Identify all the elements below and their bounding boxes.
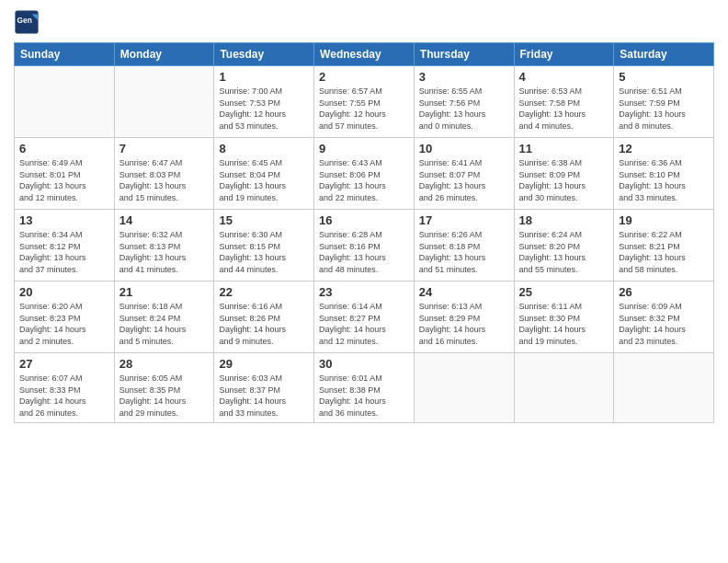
day-info: Sunrise: 6:22 AM Sunset: 8:21 PM Dayligh… [619, 229, 709, 275]
day-number: 14 [119, 213, 210, 227]
calendar-cell: 17Sunrise: 6:26 AM Sunset: 8:18 PM Dayli… [414, 210, 514, 282]
calendar-cell: 2Sunrise: 6:57 AM Sunset: 7:55 PM Daylig… [314, 66, 415, 138]
calendar-cell [114, 66, 214, 138]
day-info: Sunrise: 6:18 AM Sunset: 8:24 PM Dayligh… [119, 301, 210, 347]
calendar-cell: 28Sunrise: 6:05 AM Sunset: 8:35 PM Dayli… [114, 353, 214, 423]
day-number: 28 [119, 357, 210, 371]
calendar-cell: 24Sunrise: 6:13 AM Sunset: 8:29 PM Dayli… [414, 282, 514, 353]
header: Gen [14, 9, 714, 35]
day-number: 24 [419, 285, 509, 299]
day-number: 2 [319, 70, 409, 84]
day-info: Sunrise: 6:38 AM Sunset: 8:09 PM Dayligh… [519, 157, 609, 203]
day-info: Sunrise: 6:45 AM Sunset: 8:04 PM Dayligh… [219, 157, 309, 203]
calendar-cell: 4Sunrise: 6:53 AM Sunset: 7:58 PM Daylig… [514, 66, 614, 138]
calendar-cell: 15Sunrise: 6:30 AM Sunset: 8:15 PM Dayli… [214, 210, 314, 282]
day-number: 12 [619, 142, 709, 155]
day-number: 17 [419, 213, 509, 227]
day-number: 19 [619, 213, 709, 227]
day-info: Sunrise: 6:09 AM Sunset: 8:32 PM Dayligh… [619, 301, 709, 347]
day-info: Sunrise: 6:01 AM Sunset: 8:38 PM Dayligh… [319, 373, 409, 419]
day-info: Sunrise: 6:53 AM Sunset: 7:58 PM Dayligh… [519, 86, 609, 132]
logo-icon: Gen [14, 9, 40, 35]
calendar-cell: 30Sunrise: 6:01 AM Sunset: 8:38 PM Dayli… [314, 353, 415, 423]
day-info: Sunrise: 6:05 AM Sunset: 8:35 PM Dayligh… [119, 373, 210, 419]
day-info: Sunrise: 6:30 AM Sunset: 8:15 PM Dayligh… [219, 229, 309, 275]
day-number: 13 [19, 213, 109, 227]
day-info: Sunrise: 6:03 AM Sunset: 8:37 PM Dayligh… [219, 373, 309, 419]
day-info: Sunrise: 6:16 AM Sunset: 8:26 PM Dayligh… [219, 301, 309, 347]
calendar-cell: 12Sunrise: 6:36 AM Sunset: 8:10 PM Dayli… [614, 138, 714, 210]
weekday-wednesday: Wednesday [314, 43, 415, 66]
day-number: 20 [19, 285, 109, 299]
calendar-cell: 27Sunrise: 6:07 AM Sunset: 8:33 PM Dayli… [15, 353, 115, 423]
day-info: Sunrise: 6:55 AM Sunset: 7:56 PM Dayligh… [419, 86, 509, 132]
day-info: Sunrise: 6:14 AM Sunset: 8:27 PM Dayligh… [319, 301, 409, 347]
day-info: Sunrise: 6:49 AM Sunset: 8:01 PM Dayligh… [19, 157, 109, 203]
logo: Gen [14, 9, 43, 35]
calendar-cell: 23Sunrise: 6:14 AM Sunset: 8:27 PM Dayli… [314, 282, 415, 353]
day-number: 9 [319, 142, 409, 155]
day-info: Sunrise: 6:43 AM Sunset: 8:06 PM Dayligh… [319, 157, 409, 203]
day-info: Sunrise: 7:00 AM Sunset: 7:53 PM Dayligh… [219, 86, 309, 132]
calendar-cell: 29Sunrise: 6:03 AM Sunset: 8:37 PM Dayli… [214, 353, 314, 423]
day-number: 21 [119, 285, 210, 299]
day-number: 16 [319, 213, 409, 227]
day-info: Sunrise: 6:24 AM Sunset: 8:20 PM Dayligh… [519, 229, 609, 275]
weekday-sunday: Sunday [15, 43, 115, 66]
day-number: 22 [219, 285, 309, 299]
day-number: 11 [519, 142, 609, 155]
calendar-cell: 21Sunrise: 6:18 AM Sunset: 8:24 PM Dayli… [114, 282, 214, 353]
weekday-thursday: Thursday [414, 43, 514, 66]
day-number: 4 [519, 70, 609, 84]
day-number: 29 [219, 357, 309, 371]
calendar-cell: 8Sunrise: 6:45 AM Sunset: 8:04 PM Daylig… [214, 138, 314, 210]
calendar-cell: 25Sunrise: 6:11 AM Sunset: 8:30 PM Dayli… [514, 282, 614, 353]
calendar-cell: 3Sunrise: 6:55 AM Sunset: 7:56 PM Daylig… [414, 66, 514, 138]
day-number: 10 [419, 142, 509, 155]
day-number: 6 [19, 142, 109, 155]
calendar-body: 1Sunrise: 7:00 AM Sunset: 7:53 PM Daylig… [15, 66, 714, 423]
weekday-tuesday: Tuesday [214, 43, 314, 66]
calendar-cell: 6Sunrise: 6:49 AM Sunset: 8:01 PM Daylig… [15, 138, 115, 210]
day-info: Sunrise: 6:28 AM Sunset: 8:16 PM Dayligh… [319, 229, 409, 275]
day-number: 15 [219, 213, 309, 227]
weekday-header: SundayMondayTuesdayWednesdayThursdayFrid… [15, 43, 714, 66]
page: Gen SundayMondayTuesdayWednesdayThursday… [0, 0, 728, 563]
day-info: Sunrise: 6:41 AM Sunset: 8:07 PM Dayligh… [419, 157, 509, 203]
day-info: Sunrise: 6:57 AM Sunset: 7:55 PM Dayligh… [319, 86, 409, 132]
calendar-cell: 19Sunrise: 6:22 AM Sunset: 8:21 PM Dayli… [614, 210, 714, 282]
weekday-monday: Monday [114, 43, 214, 66]
day-info: Sunrise: 6:51 AM Sunset: 7:59 PM Dayligh… [619, 86, 709, 132]
calendar: SundayMondayTuesdayWednesdayThursdayFrid… [14, 42, 714, 423]
day-info: Sunrise: 6:47 AM Sunset: 8:03 PM Dayligh… [119, 157, 210, 203]
day-number: 27 [19, 357, 109, 371]
day-number: 26 [619, 285, 709, 299]
calendar-cell: 5Sunrise: 6:51 AM Sunset: 7:59 PM Daylig… [614, 66, 714, 138]
day-info: Sunrise: 6:13 AM Sunset: 8:29 PM Dayligh… [419, 301, 509, 347]
weekday-friday: Friday [514, 43, 614, 66]
day-number: 8 [219, 142, 309, 155]
day-number: 30 [319, 357, 409, 371]
weekday-saturday: Saturday [614, 43, 714, 66]
day-info: Sunrise: 6:32 AM Sunset: 8:13 PM Dayligh… [119, 229, 210, 275]
calendar-cell: 7Sunrise: 6:47 AM Sunset: 8:03 PM Daylig… [114, 138, 214, 210]
day-number: 25 [519, 285, 609, 299]
week-row-1: 1Sunrise: 7:00 AM Sunset: 7:53 PM Daylig… [15, 66, 714, 138]
calendar-cell: 22Sunrise: 6:16 AM Sunset: 8:26 PM Dayli… [214, 282, 314, 353]
day-info: Sunrise: 6:07 AM Sunset: 8:33 PM Dayligh… [19, 373, 109, 419]
calendar-cell [614, 353, 714, 423]
day-number: 7 [119, 142, 210, 155]
calendar-cell: 18Sunrise: 6:24 AM Sunset: 8:20 PM Dayli… [514, 210, 614, 282]
calendar-cell: 14Sunrise: 6:32 AM Sunset: 8:13 PM Dayli… [114, 210, 214, 282]
day-info: Sunrise: 6:36 AM Sunset: 8:10 PM Dayligh… [619, 157, 709, 203]
calendar-cell: 1Sunrise: 7:00 AM Sunset: 7:53 PM Daylig… [214, 66, 314, 138]
svg-text:Gen: Gen [17, 16, 32, 25]
day-number: 1 [219, 70, 309, 84]
calendar-cell: 13Sunrise: 6:34 AM Sunset: 8:12 PM Dayli… [15, 210, 115, 282]
calendar-cell: 10Sunrise: 6:41 AM Sunset: 8:07 PM Dayli… [414, 138, 514, 210]
day-number: 18 [519, 213, 609, 227]
day-number: 3 [419, 70, 509, 84]
calendar-cell [514, 353, 614, 423]
calendar-cell [414, 353, 514, 423]
week-row-5: 27Sunrise: 6:07 AM Sunset: 8:33 PM Dayli… [15, 353, 714, 423]
